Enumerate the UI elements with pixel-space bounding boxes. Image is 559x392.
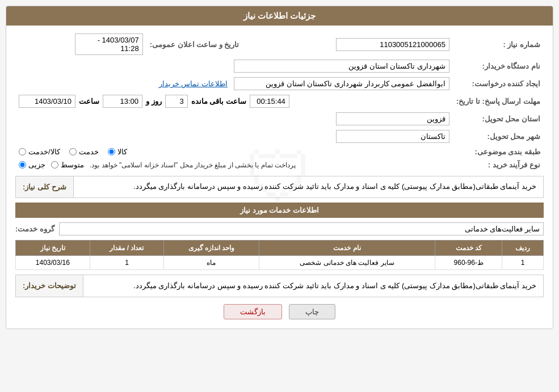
tarikh-elaan-value: 1403/03/07 - 11:28: [75, 33, 143, 55]
nam-dastgah-label: نام دستگاه خریدار:: [453, 57, 544, 75]
radio-kala[interactable]: کالا: [108, 147, 127, 156]
table-cell-nam_khedmat: سایر فعالیت های خدماتی شخصی: [259, 255, 435, 269]
roz-value: 3: [165, 95, 188, 108]
col-tedad: تعداد / مقدار: [90, 240, 164, 255]
shahr-value: تاکستان: [336, 130, 449, 143]
sharh-section: خرید آینماى طبقاتى(مطابق مدارک پیوستى) ک…: [15, 176, 544, 198]
card-body: 🛡 شماره نیاز : 1103005121000065 تاریخ و …: [6, 26, 553, 328]
radio-motaset[interactable]: متوسط: [51, 161, 84, 169]
buyer-notes-text: خرید آینماى طبقاتى(مطابق مدارک پیوستى) ک…: [83, 275, 543, 297]
table-cell-radif: 1: [502, 255, 544, 269]
col-tarikh: تاریخ نیاز: [16, 240, 90, 255]
radio-khedmat-input[interactable]: [69, 148, 77, 155]
radio-khedmat[interactable]: خدمت: [69, 147, 99, 156]
main-card: جزئیات اطلاعات نیاز 🛡 شماره نیاز : 11030…: [6, 6, 553, 329]
jozi-label: جزیی: [28, 161, 45, 169]
tarikh-elaan-label: تاریخ و ساعت اعلان عمومی:: [146, 31, 243, 57]
ettelaat-link[interactable]: اطلاعات تماس خریدار: [159, 79, 228, 88]
sharh-text: خرید آینماى طبقاتى(مطابق مدارک پیوستى) ک…: [74, 176, 543, 197]
radio-jozi[interactable]: جزیی: [19, 161, 45, 169]
button-row: چاپ بازگشت: [15, 304, 544, 319]
col-vahed: واحد اندازه گیری: [164, 240, 259, 255]
gorooh-label: گروه خدمت:: [15, 225, 54, 233]
col-kod: کد خدمت: [435, 240, 502, 255]
shomara-niaz-label: شماره نیاز :: [453, 31, 544, 57]
baqi-value: 00:15:44: [250, 95, 289, 108]
mohlat-label: مهلت ارسال پاسخ: تا تاریخ:: [453, 92, 544, 110]
bazgasht-button[interactable]: بازگشت: [224, 304, 282, 319]
radio-motaset-input[interactable]: [51, 161, 58, 168]
shahr-label: شهر محل تحویل:: [453, 128, 544, 145]
buyer-notes-section: خرید آینماى طبقاتى(مطابق مدارک پیوستى) ک…: [15, 275, 544, 297]
kala-label: کالا: [117, 147, 127, 156]
ijad-konande-label: ایجاد کننده درخواست:: [453, 75, 544, 92]
info-table-1: شماره نیاز : 1103005121000065 تاریخ و سا…: [15, 31, 544, 171]
tabagheh-label: طبقه بندی موضوعی:: [453, 145, 544, 158]
table-cell-vahed: ماه: [164, 255, 259, 269]
col-radif: ردیف: [502, 240, 544, 255]
roz-label: روز و: [146, 97, 162, 106]
gorooh-value: سایر فعالیت‌های خدماتی: [59, 222, 544, 235]
services-header: اطلاعات خدمات مورد نیاز: [15, 203, 544, 218]
saat-value: 13:00: [103, 95, 142, 108]
chap-button[interactable]: چاپ: [289, 304, 335, 319]
table-cell-kod_khedmat: ط-96-960: [435, 255, 502, 269]
radio-kala-khedmat-input[interactable]: [19, 148, 26, 155]
col-nam: نام خدمت: [259, 240, 435, 255]
saat-label: ساعت: [79, 97, 99, 106]
baqi-label: ساعت باقی مانده: [191, 97, 246, 106]
ijad-konande-value: ابوالفضل عمومی کاربردار شهرداری تاکستان …: [234, 77, 449, 90]
card-header: جزئیات اطلاعات نیاز: [6, 6, 553, 26]
buyer-notes-label: توضیحات خریدار:: [16, 275, 83, 297]
ostan-value: قزوین: [336, 112, 449, 125]
shomara-niaz-value: 1103005121000065: [336, 38, 449, 51]
nooe-note: پرداخت تمام یا بخشی از مبلغ خریداز محل "…: [90, 161, 296, 169]
khedmat-label: خدمت: [79, 147, 99, 156]
services-section: اطلاعات خدمات مورد نیاز گروه خدمت: سایر …: [15, 203, 544, 270]
table-cell-tedad: 1: [90, 255, 164, 269]
nam-dastgah-value: شهرداری تاکستان استان قزوین: [234, 60, 449, 73]
tarikh-date: 1403/03/10: [19, 95, 75, 108]
services-table: ردیف کد خدمت نام خدمت واحد اندازه گیری ت…: [15, 240, 544, 270]
radio-kala-khedmat[interactable]: کالا/خدمت: [19, 147, 60, 156]
ostan-label: استان محل تحویل:: [453, 110, 544, 128]
motaset-label: متوسط: [61, 161, 84, 169]
nooe-farayand-label: نوع فرآیند خرید :: [453, 158, 544, 171]
table-row: 1ط-96-960سایر فعالیت های خدماتی شخصیماه1…: [16, 255, 544, 269]
sharh-label: شرح کلی نیاز:: [16, 176, 74, 197]
page-container: جزئیات اطلاعات نیاز 🛡 شماره نیاز : 11030…: [0, 0, 559, 392]
radio-jozi-input[interactable]: [19, 161, 26, 168]
table-cell-tarikh_niaz: 1403/03/16: [16, 255, 90, 269]
kala-khedmat-label: کالا/خدمت: [28, 147, 60, 156]
radio-kala-input[interactable]: [108, 148, 115, 155]
page-title: جزئیات اطلاعات نیاز: [243, 11, 316, 20]
